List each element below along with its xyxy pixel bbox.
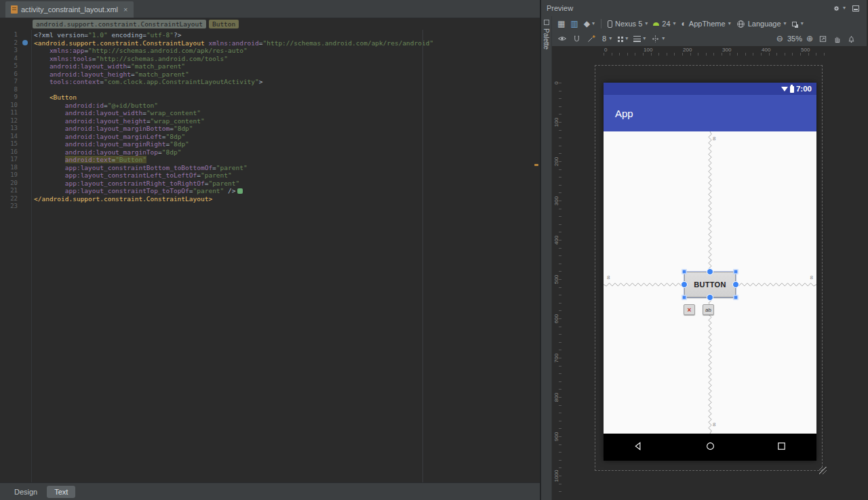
- theme-selector[interactable]: ◐AppTheme▾: [679, 18, 733, 29]
- code-line: 20 app:layout_constraintRight_toRightOf=…: [0, 180, 540, 188]
- guideline-icon: [651, 35, 660, 43]
- palette-icon: [544, 20, 549, 25]
- ruler-label: 300: [553, 195, 559, 207]
- design-surface-button[interactable]: ▦: [555, 18, 567, 29]
- code-line: 22</android.support.constraint.Constrain…: [0, 195, 540, 203]
- guidelines-button[interactable]: ▾: [649, 33, 667, 45]
- constraint-anchor-bottom[interactable]: [707, 294, 713, 301]
- selection-handle-top-left[interactable]: [682, 270, 687, 274]
- margin-label-top: 8: [713, 136, 715, 142]
- breadcrumb-button[interactable]: Button: [209, 20, 239, 28]
- eye-icon: [557, 34, 567, 43]
- selection-handle-top-right[interactable]: [734, 270, 738, 274]
- notifications-button[interactable]: [845, 33, 858, 45]
- layout-variant-icon: [792, 22, 797, 26]
- dropdown-caret-icon: ▾: [728, 21, 731, 26]
- constraint-anchor-right[interactable]: [732, 281, 739, 288]
- dropdown-caret-icon: ▾: [625, 36, 628, 41]
- code-lines: 1<?xml version="1.0" encoding="utf-8"?>2…: [0, 31, 540, 211]
- device-screen: 7:00 App BUTTON: [604, 83, 816, 461]
- device-resize-handle[interactable]: [819, 467, 827, 474]
- locale-selector[interactable]: Language▾: [734, 18, 789, 30]
- file-tab[interactable]: activity_constraint_layout.xml ×: [5, 1, 134, 18]
- back-icon[interactable]: [633, 441, 644, 454]
- device-icon: [608, 20, 612, 28]
- code-line: 2<android.support.constraint.ConstraintL…: [0, 39, 540, 47]
- tab-text[interactable]: Text: [47, 486, 75, 498]
- editor-pane: activity_constraint_layout.xml × android…: [0, 0, 541, 500]
- edit-text-attribute-button[interactable]: ab: [703, 304, 714, 315]
- constraint-anchor-top[interactable]: [707, 268, 713, 275]
- globe-icon: [736, 20, 745, 28]
- device-selector[interactable]: Nexus 5▾: [606, 18, 650, 29]
- ruler-label: 500: [801, 47, 810, 53]
- zoom-in-icon: ⊕: [806, 35, 813, 43]
- zoom-in-button[interactable]: ⊕: [804, 33, 815, 44]
- ruler-label: 900: [553, 431, 559, 443]
- infer-constraints-button[interactable]: [585, 33, 598, 45]
- warning-stripe-mark[interactable]: [534, 164, 538, 166]
- code-line: 10 android:id="@+id/button": [0, 102, 540, 110]
- api-version-selector[interactable]: 24▾: [651, 18, 677, 29]
- code-line: 1<?xml version="1.0" encoding="utf-8"?>: [0, 31, 540, 39]
- status-time: 7:00: [796, 85, 812, 93]
- zoom-out-button[interactable]: ⊖: [774, 33, 785, 44]
- delete-constraints-button[interactable]: ×: [684, 304, 695, 315]
- gear-icon: [832, 4, 841, 13]
- code-line: 9 <Button: [0, 93, 540, 102]
- hide-window-icon: [852, 5, 859, 12]
- theme-icon: ◐: [682, 20, 686, 28]
- show-constraints-button[interactable]: [555, 33, 569, 45]
- preview-settings-button[interactable]: ▾: [830, 3, 848, 14]
- code-editor[interactable]: 1<?xml version="1.0" encoding="utf-8"?>2…: [0, 30, 540, 482]
- right-margin-guide: [422, 30, 423, 482]
- code-line: 6 android:layout_height="match_parent": [0, 70, 540, 79]
- pack-selection-button[interactable]: ▾: [615, 35, 630, 43]
- blueprint-icon: ▥: [570, 20, 578, 28]
- palette-label: Palette: [542, 28, 550, 49]
- class-gutter-icon[interactable]: [22, 40, 28, 45]
- close-tab-icon[interactable]: ×: [123, 5, 127, 14]
- breadcrumb-constraintlayout[interactable]: android.support.constraint.ConstraintLay…: [33, 20, 206, 28]
- recents-icon[interactable]: [776, 441, 787, 454]
- layout-variant-button[interactable]: ▾: [790, 20, 806, 28]
- ruler-label: 100: [644, 47, 652, 53]
- zoom-to-fit-button[interactable]: [816, 33, 829, 45]
- align-button[interactable]: ▾: [631, 35, 648, 43]
- device-label: Nexus 5: [615, 20, 642, 28]
- ruler-label: 800: [553, 392, 559, 404]
- constraint-anchor-left[interactable]: [681, 281, 688, 288]
- design-canvas[interactable]: 0100200300400500 01002003004005006007008…: [552, 46, 867, 500]
- selection-handle-bottom-right[interactable]: [734, 295, 738, 300]
- file-tab-label: activity_constraint_layout.xml: [21, 5, 118, 14]
- code-line: 7 tools:context="com.clock.app.Constrain…: [0, 78, 540, 86]
- dropdown-caret-icon: ▾: [843, 5, 846, 11]
- ruler-label: 1000: [553, 470, 559, 482]
- autoconnect-button[interactable]: [570, 33, 583, 45]
- android-icon: [653, 22, 659, 26]
- ruler-label: 200: [553, 156, 559, 168]
- orientation-button[interactable]: ◆▾: [582, 18, 597, 29]
- gutter-separator: [31, 30, 32, 482]
- default-margin-value: 8: [602, 35, 606, 43]
- code-line: 11 android:layout_width="wrap_content": [0, 109, 540, 117]
- hide-panel-button[interactable]: [850, 4, 861, 13]
- blueprint-mode-button[interactable]: ▥: [568, 18, 580, 29]
- code-line: 17 android:text="Button": [0, 156, 540, 164]
- palette-tool-stripe[interactable]: Palette: [541, 16, 552, 500]
- tab-design[interactable]: Design: [7, 486, 45, 498]
- editor-mode-tabs: Design Text: [0, 482, 540, 500]
- app-bar-title: App: [615, 108, 633, 119]
- orientation-icon: ◆: [584, 20, 590, 28]
- pack-icon: [618, 37, 620, 39]
- margin-label-bottom: 8: [713, 421, 715, 428]
- navigation-bar: [604, 434, 816, 461]
- magnet-icon: [572, 35, 581, 43]
- preview-header: Preview ▾: [541, 0, 867, 16]
- code-line: 23: [0, 203, 540, 211]
- selection-handle-bottom-left[interactable]: [682, 295, 687, 300]
- pan-button[interactable]: [831, 33, 844, 45]
- dropdown-caret-icon: ▾: [645, 21, 648, 26]
- default-margin-button[interactable]: 8▾: [599, 33, 614, 44]
- home-icon[interactable]: [705, 441, 715, 454]
